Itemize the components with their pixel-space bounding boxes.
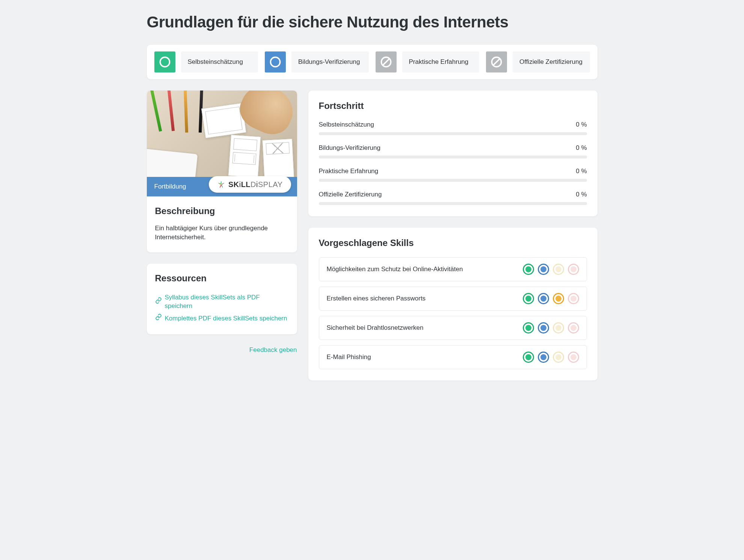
resource-link-label: Komplettes PDF dieses SkillSets speicher… [165,314,287,323]
link-icon [155,314,162,323]
verification-item-cert[interactable]: Offizielle Zertifizierung [486,51,590,72]
disabled-circle-icon [376,51,397,72]
skill-row[interactable]: Möglichkeiten zum Schutz bei Online-Akti… [319,257,587,281]
skill-row[interactable]: Erstellen eines sicheren Passworts [319,287,587,311]
description-heading: Beschreibung [155,205,289,217]
progress-bar [319,132,587,135]
progress-value: 0 % [576,120,587,129]
course-image [147,91,297,177]
skill-name: Möglichkeiten zum Schutz bei Online-Akti… [327,265,463,274]
progress-card: Fortschritt Selbsteinschätzung0 %Bildung… [308,91,598,216]
circle-outline-icon [265,51,286,72]
progress-value: 0 % [576,143,587,152]
status-dot-blue [538,293,549,304]
svg-point-0 [160,57,169,66]
status-dot-yellow-faded [553,322,564,334]
brand-text: SKiLLDiSPLAY [228,179,283,190]
verification-label: Offizielle Zertifizierung [513,51,590,72]
verification-item-edu[interactable]: Bildungs-Verifizierung [265,51,369,72]
progress-label: Praktische Erfahrung [319,167,379,176]
progress-bar [319,202,587,205]
status-dot-green [523,322,534,334]
progress-label: Offizielle Zertifizierung [319,190,382,199]
skill-status-dots [523,352,579,363]
resources-card: Ressourcen Syllabus dieses SkillSets als… [147,264,297,334]
status-dot-pink-faded [568,293,579,304]
status-dot-pink-faded [568,322,579,334]
progress-bar [319,155,587,158]
verification-item-self[interactable]: Selbsteinschätzung [154,51,258,72]
svg-line-5 [493,59,500,65]
skill-status-dots [523,322,579,334]
verification-label: Selbsteinschätzung [181,51,258,72]
progress-row: Offizielle Zertifizierung0 % [319,190,587,205]
skill-name: Sicherheit bei Drahtlosnetzwerken [327,323,424,332]
disabled-circle-icon [486,51,507,72]
resource-link-label: Syllabus dieses SkillSets als PDF speich… [165,293,289,311]
brand-badge: SKiLLDiSPLAY [209,176,291,193]
status-dot-yellow-faded [553,352,564,363]
svg-line-3 [383,59,389,65]
skill-name: Erstellen eines sicheren Passworts [327,294,426,303]
verification-bar: SelbsteinschätzungBildungs-Verifizierung… [147,45,598,79]
feedback-link[interactable]: Feedback geben [147,346,297,355]
resource-link[interactable]: Syllabus dieses SkillSets als PDF speich… [155,291,289,312]
skill-status-dots [523,264,579,275]
progress-row: Praktische Erfahrung0 % [319,167,587,182]
progress-row: Selbsteinschätzung0 % [319,120,587,135]
status-dot-blue [538,352,549,363]
description-card: Fortbildung SKiLLDiSPLAY Beschreibung Ei… [147,91,297,252]
skill-status-dots [523,293,579,304]
skills-list: Möglichkeiten zum Schutz bei Online-Akti… [319,257,587,369]
svg-point-1 [270,57,280,66]
circle-outline-icon [154,51,175,72]
progress-label: Bildungs-Verifizierung [319,143,380,152]
skill-row[interactable]: Sicherheit bei Drahtlosnetzwerken [319,316,587,340]
progress-value: 0 % [576,167,587,176]
course-type-bar: Fortbildung SKiLLDiSPLAY [147,177,297,196]
progress-value: 0 % [576,190,587,199]
skill-name: E-Mail Phishing [327,353,371,362]
course-type-badge: Fortbildung [154,182,186,191]
link-icon [155,297,162,306]
status-dot-green [523,264,534,275]
resource-link[interactable]: Komplettes PDF dieses SkillSets speicher… [155,312,289,325]
status-dot-green [523,293,534,304]
skilldisplay-logo-icon [217,180,225,189]
description-text: Ein halbtägiger Kurs über grundlegende I… [155,224,289,242]
progress-label: Selbsteinschätzung [319,120,374,129]
status-dot-pink-faded [568,264,579,275]
progress-row: Bildungs-Verifizierung0 % [319,143,587,158]
status-dot-yellow [553,293,564,304]
status-dot-pink-faded [568,352,579,363]
progress-heading: Fortschritt [319,100,587,112]
page-title: Grundlagen für die sichere Nutzung des I… [147,11,598,33]
verification-label: Praktische Erfahrung [402,51,480,72]
status-dot-blue [538,264,549,275]
status-dot-yellow-faded [553,264,564,275]
skill-row[interactable]: E-Mail Phishing [319,345,587,369]
verification-label: Bildungs-Verifizierung [291,51,369,72]
progress-bar [319,179,587,182]
status-dot-blue [538,322,549,334]
verification-item-practice[interactable]: Praktische Erfahrung [376,51,480,72]
status-dot-green [523,352,534,363]
resources-list: Syllabus dieses SkillSets als PDF speich… [155,291,289,325]
progress-list: Selbsteinschätzung0 %Bildungs-Verifizier… [319,120,587,205]
resources-heading: Ressourcen [155,272,289,285]
skills-card: Vorgeschlagene Skills Möglichkeiten zum … [308,228,598,381]
skills-heading: Vorgeschlagene Skills [319,237,587,249]
